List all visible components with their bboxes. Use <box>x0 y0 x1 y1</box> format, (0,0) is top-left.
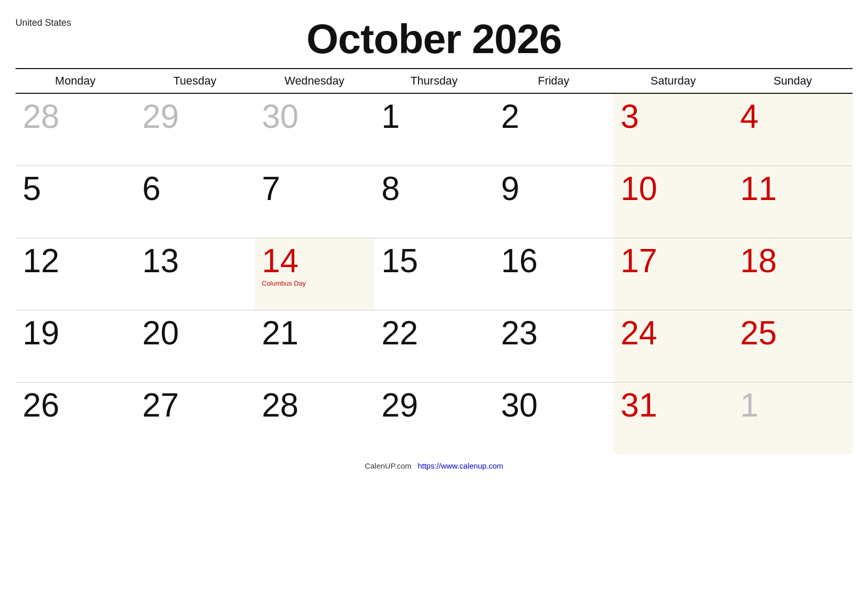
day-number: 17 <box>621 244 728 277</box>
day-number: 28 <box>262 389 369 422</box>
day-number: 21 <box>262 317 369 350</box>
day-number: 5 <box>23 172 130 205</box>
day-cell: 30 <box>255 93 374 165</box>
header-region: United States October 2026 <box>15 10 853 66</box>
day-number: 20 <box>142 317 249 350</box>
day-number: 24 <box>621 317 728 350</box>
day-number: 25 <box>740 317 847 350</box>
day-number: 1 <box>740 389 847 422</box>
day-cell: 8 <box>374 165 494 238</box>
footer-brand: CalenUP.com <box>365 461 412 470</box>
day-cell: 1 <box>733 382 853 454</box>
footer: CalenUP.com https://www.calenup.com <box>15 461 853 470</box>
day-cell: 31 <box>613 382 733 454</box>
day-cell: 17 <box>613 238 733 310</box>
day-cell: 20 <box>135 310 255 382</box>
day-number: 31 <box>621 389 728 422</box>
day-number: 1 <box>381 100 489 133</box>
day-number: 7 <box>262 172 369 205</box>
day-number: 2 <box>501 100 608 133</box>
day-number: 19 <box>23 317 130 350</box>
day-cell: 27 <box>135 382 255 454</box>
day-number: 22 <box>381 317 489 350</box>
day-cell: 19 <box>15 310 135 382</box>
day-number: 29 <box>381 389 489 422</box>
weekday-header-friday: Friday <box>494 69 613 93</box>
weekday-header-thursday: Thursday <box>374 69 494 93</box>
day-cell: 9 <box>494 165 613 238</box>
footer-url[interactable]: https://www.calenup.com <box>418 461 503 470</box>
day-cell: 11 <box>733 165 853 238</box>
day-number: 4 <box>740 100 847 133</box>
day-cell: 29 <box>374 382 494 454</box>
country-label: United States <box>15 18 71 28</box>
weekday-header-wednesday: Wednesday <box>255 69 374 93</box>
day-cell: 3 <box>613 93 733 165</box>
day-cell: 1 <box>374 93 494 165</box>
day-cell: 22 <box>374 310 494 382</box>
day-cell: 6 <box>135 165 255 238</box>
day-cell: 5 <box>15 165 135 238</box>
day-number: 11 <box>740 172 847 205</box>
day-number: 30 <box>501 389 608 422</box>
day-cell: 23 <box>494 310 613 382</box>
day-cell: 18 <box>733 238 853 310</box>
day-number: 12 <box>23 244 130 277</box>
calendar-table: MondayTuesdayWednesdayThursdayFridaySatu… <box>15 68 853 454</box>
week-row-4: 19202122232425 <box>15 310 853 382</box>
day-cell: 30 <box>494 382 613 454</box>
day-number: 30 <box>262 100 369 133</box>
week-row-5: 2627282930311 <box>15 382 853 454</box>
weekday-header-monday: Monday <box>15 69 135 93</box>
day-cell: 10 <box>613 165 733 238</box>
day-cell: 16 <box>494 238 613 310</box>
day-number: 14 <box>262 244 369 277</box>
week-row-3: 121314Columbus Day15161718 <box>15 238 853 310</box>
day-cell: 28 <box>255 382 374 454</box>
weekday-header-tuesday: Tuesday <box>135 69 255 93</box>
day-cell: 4 <box>733 93 853 165</box>
month-title: October 2026 <box>15 10 853 66</box>
day-number: 16 <box>501 244 608 277</box>
day-cell: 28 <box>15 93 135 165</box>
day-number: 3 <box>621 100 728 133</box>
weekday-header-sunday: Sunday <box>733 69 853 93</box>
day-number: 27 <box>142 389 249 422</box>
holiday-label: Columbus Day <box>262 279 369 287</box>
day-cell: 7 <box>255 165 374 238</box>
day-number: 18 <box>740 244 847 277</box>
day-cell: 13 <box>135 238 255 310</box>
day-number: 6 <box>142 172 249 205</box>
day-number: 13 <box>142 244 249 277</box>
weekday-header-row: MondayTuesdayWednesdayThursdayFridaySatu… <box>15 69 853 93</box>
weekday-header-saturday: Saturday <box>613 69 733 93</box>
day-number: 9 <box>501 172 608 205</box>
day-cell: 15 <box>374 238 494 310</box>
day-number: 29 <box>142 100 249 133</box>
day-number: 10 <box>621 172 728 205</box>
day-cell: 29 <box>135 93 255 165</box>
day-cell: 2 <box>494 93 613 165</box>
day-cell: 12 <box>15 238 135 310</box>
day-cell: 21 <box>255 310 374 382</box>
week-row-1: 2829301234 <box>15 93 853 165</box>
day-number: 8 <box>381 172 489 205</box>
day-cell: 26 <box>15 382 135 454</box>
day-number: 15 <box>381 244 489 277</box>
week-row-2: 567891011 <box>15 165 853 238</box>
day-cell: 25 <box>733 310 853 382</box>
day-number: 23 <box>501 317 608 350</box>
day-cell: 14Columbus Day <box>255 238 374 310</box>
day-number: 26 <box>23 389 130 422</box>
day-number: 28 <box>23 100 130 133</box>
day-cell: 24 <box>613 310 733 382</box>
